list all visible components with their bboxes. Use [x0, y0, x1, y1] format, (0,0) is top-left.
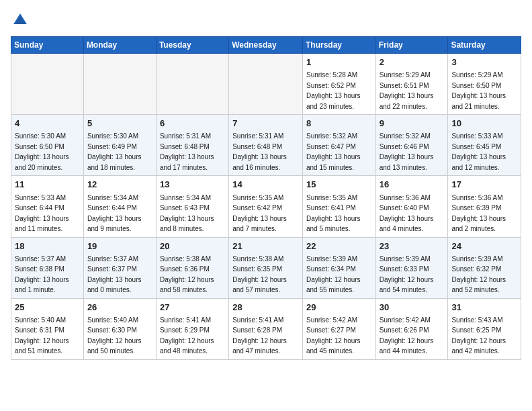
calendar-table: SundayMondayTuesdayWednesdayThursdayFrid…: [11, 36, 521, 360]
calendar-cell: 2Sunrise: 5:29 AM Sunset: 6:51 PM Daylig…: [375, 54, 448, 115]
day-number: 28: [232, 302, 299, 314]
calendar-cell: 14Sunrise: 5:35 AM Sunset: 6:42 PM Dayli…: [229, 176, 303, 237]
calendar-cell: 8Sunrise: 5:32 AM Sunset: 6:47 PM Daylig…: [302, 115, 375, 176]
calendar-week-row: 11Sunrise: 5:33 AM Sunset: 6:44 PM Dayli…: [11, 176, 521, 237]
calendar-cell: 17Sunrise: 5:36 AM Sunset: 6:39 PM Dayli…: [448, 176, 521, 237]
day-number: 11: [15, 179, 80, 191]
day-info: Sunrise: 5:40 AM Sunset: 6:30 PM Dayligh…: [87, 316, 142, 355]
calendar-cell: 3Sunrise: 5:29 AM Sunset: 6:50 PM Daylig…: [448, 54, 521, 115]
day-number: 29: [306, 302, 372, 314]
day-info: Sunrise: 5:34 AM Sunset: 6:43 PM Dayligh…: [160, 194, 214, 233]
day-header-sunday: Sunday: [11, 37, 84, 54]
calendar-cell: 4Sunrise: 5:30 AM Sunset: 6:50 PM Daylig…: [11, 115, 84, 176]
day-info: Sunrise: 5:38 AM Sunset: 6:35 PM Dayligh…: [232, 255, 287, 294]
day-info: Sunrise: 5:33 AM Sunset: 6:45 PM Dayligh…: [451, 132, 506, 171]
day-number: 17: [451, 179, 517, 191]
day-number: 16: [380, 179, 445, 191]
day-number: 30: [380, 302, 445, 314]
calendar-cell: [156, 54, 228, 115]
calendar-cell: 24Sunrise: 5:39 AM Sunset: 6:32 PM Dayli…: [448, 237, 521, 298]
calendar-cell: 22Sunrise: 5:39 AM Sunset: 6:34 PM Dayli…: [302, 237, 375, 298]
logo-icon: [11, 11, 30, 30]
day-number: 10: [451, 118, 517, 130]
calendar-cell: [229, 54, 303, 115]
day-number: 13: [160, 179, 225, 191]
calendar-cell: 27Sunrise: 5:41 AM Sunset: 6:29 PM Dayli…: [156, 298, 228, 359]
day-number: 7: [232, 118, 299, 130]
day-info: Sunrise: 5:37 AM Sunset: 6:38 PM Dayligh…: [15, 255, 69, 294]
calendar-week-row: 25Sunrise: 5:40 AM Sunset: 6:31 PM Dayli…: [11, 298, 521, 359]
day-number: 1: [306, 56, 372, 68]
calendar-cell: 25Sunrise: 5:40 AM Sunset: 6:31 PM Dayli…: [11, 298, 84, 359]
day-info: Sunrise: 5:39 AM Sunset: 6:34 PM Dayligh…: [306, 255, 361, 294]
calendar-week-row: 4Sunrise: 5:30 AM Sunset: 6:50 PM Daylig…: [11, 115, 521, 176]
day-info: Sunrise: 5:39 AM Sunset: 6:33 PM Dayligh…: [380, 255, 434, 294]
day-number: 9: [380, 118, 445, 130]
calendar-cell: 7Sunrise: 5:31 AM Sunset: 6:48 PM Daylig…: [229, 115, 303, 176]
calendar-cell: 12Sunrise: 5:34 AM Sunset: 6:44 PM Dayli…: [83, 176, 156, 237]
calendar-week-row: 1Sunrise: 5:28 AM Sunset: 6:52 PM Daylig…: [11, 54, 521, 115]
day-info: Sunrise: 5:36 AM Sunset: 6:39 PM Dayligh…: [451, 194, 506, 233]
calendar-cell: 31Sunrise: 5:43 AM Sunset: 6:25 PM Dayli…: [448, 298, 521, 359]
day-header-saturday: Saturday: [448, 37, 521, 54]
calendar-cell: 16Sunrise: 5:36 AM Sunset: 6:40 PM Dayli…: [375, 176, 448, 237]
day-info: Sunrise: 5:35 AM Sunset: 6:41 PM Dayligh…: [306, 194, 361, 233]
day-header-monday: Monday: [83, 37, 156, 54]
day-info: Sunrise: 5:29 AM Sunset: 6:51 PM Dayligh…: [380, 71, 434, 110]
calendar-cell: 11Sunrise: 5:33 AM Sunset: 6:44 PM Dayli…: [11, 176, 84, 237]
calendar-cell: 5Sunrise: 5:30 AM Sunset: 6:49 PM Daylig…: [83, 115, 156, 176]
day-info: Sunrise: 5:37 AM Sunset: 6:37 PM Dayligh…: [87, 255, 142, 294]
day-info: Sunrise: 5:43 AM Sunset: 6:25 PM Dayligh…: [451, 316, 506, 355]
calendar-cell: 9Sunrise: 5:32 AM Sunset: 6:46 PM Daylig…: [375, 115, 448, 176]
day-number: 2: [380, 56, 445, 68]
day-number: 18: [15, 240, 80, 253]
day-info: Sunrise: 5:28 AM Sunset: 6:52 PM Dayligh…: [306, 71, 361, 110]
day-info: Sunrise: 5:30 AM Sunset: 6:50 PM Dayligh…: [15, 132, 69, 171]
day-info: Sunrise: 5:30 AM Sunset: 6:49 PM Dayligh…: [87, 132, 142, 171]
calendar-cell: 18Sunrise: 5:37 AM Sunset: 6:38 PM Dayli…: [11, 237, 84, 298]
day-number: 22: [306, 240, 372, 253]
day-number: 26: [87, 302, 152, 314]
calendar-cell: 28Sunrise: 5:41 AM Sunset: 6:28 PM Dayli…: [229, 298, 303, 359]
calendar-cell: 15Sunrise: 5:35 AM Sunset: 6:41 PM Dayli…: [302, 176, 375, 237]
day-number: 19: [87, 240, 152, 253]
calendar-cell: 30Sunrise: 5:42 AM Sunset: 6:26 PM Dayli…: [375, 298, 448, 359]
day-number: 20: [160, 240, 225, 253]
day-info: Sunrise: 5:32 AM Sunset: 6:46 PM Dayligh…: [380, 132, 434, 171]
day-info: Sunrise: 5:42 AM Sunset: 6:27 PM Dayligh…: [306, 316, 361, 355]
day-number: 5: [87, 118, 152, 130]
day-number: 12: [87, 179, 152, 191]
day-info: Sunrise: 5:35 AM Sunset: 6:42 PM Dayligh…: [232, 194, 287, 233]
day-info: Sunrise: 5:36 AM Sunset: 6:40 PM Dayligh…: [380, 194, 434, 233]
day-info: Sunrise: 5:31 AM Sunset: 6:48 PM Dayligh…: [232, 132, 287, 171]
calendar-cell: 19Sunrise: 5:37 AM Sunset: 6:37 PM Dayli…: [83, 237, 156, 298]
header: [11, 11, 521, 30]
day-info: Sunrise: 5:41 AM Sunset: 6:28 PM Dayligh…: [232, 316, 287, 355]
day-info: Sunrise: 5:29 AM Sunset: 6:50 PM Dayligh…: [451, 71, 506, 110]
day-number: 3: [451, 56, 517, 68]
day-header-tuesday: Tuesday: [156, 37, 228, 54]
day-number: 15: [306, 179, 372, 191]
day-info: Sunrise: 5:33 AM Sunset: 6:44 PM Dayligh…: [15, 194, 69, 233]
calendar-cell: 6Sunrise: 5:31 AM Sunset: 6:48 PM Daylig…: [156, 115, 228, 176]
day-header-wednesday: Wednesday: [229, 37, 303, 54]
day-info: Sunrise: 5:32 AM Sunset: 6:47 PM Dayligh…: [306, 132, 361, 171]
calendar-cell: 26Sunrise: 5:40 AM Sunset: 6:30 PM Dayli…: [83, 298, 156, 359]
calendar-week-row: 18Sunrise: 5:37 AM Sunset: 6:38 PM Dayli…: [11, 237, 521, 298]
day-info: Sunrise: 5:41 AM Sunset: 6:29 PM Dayligh…: [160, 316, 214, 355]
day-info: Sunrise: 5:39 AM Sunset: 6:32 PM Dayligh…: [451, 255, 506, 294]
calendar-cell: 13Sunrise: 5:34 AM Sunset: 6:43 PM Dayli…: [156, 176, 228, 237]
calendar-cell: 1Sunrise: 5:28 AM Sunset: 6:52 PM Daylig…: [302, 54, 375, 115]
calendar-cell: 21Sunrise: 5:38 AM Sunset: 6:35 PM Dayli…: [229, 237, 303, 298]
calendar-cell: 10Sunrise: 5:33 AM Sunset: 6:45 PM Dayli…: [448, 115, 521, 176]
day-number: 25: [15, 302, 80, 314]
day-number: 27: [160, 302, 225, 314]
page: SundayMondayTuesdayWednesdayThursdayFrid…: [0, 0, 532, 411]
day-info: Sunrise: 5:38 AM Sunset: 6:36 PM Dayligh…: [160, 255, 214, 294]
day-header-friday: Friday: [375, 37, 448, 54]
day-info: Sunrise: 5:31 AM Sunset: 6:48 PM Dayligh…: [160, 132, 214, 171]
day-number: 24: [451, 240, 517, 253]
logo: [11, 11, 32, 30]
calendar-cell: 20Sunrise: 5:38 AM Sunset: 6:36 PM Dayli…: [156, 237, 228, 298]
calendar-cell: 23Sunrise: 5:39 AM Sunset: 6:33 PM Dayli…: [375, 237, 448, 298]
